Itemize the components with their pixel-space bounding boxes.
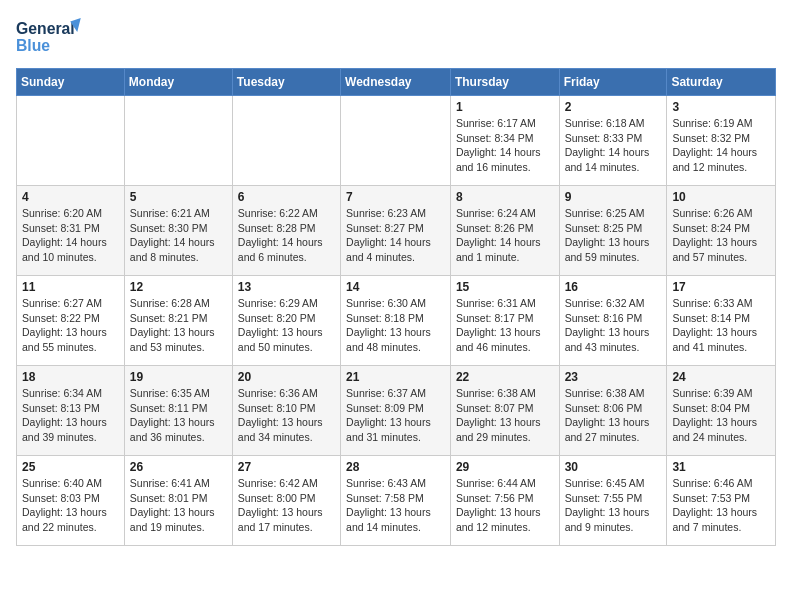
day-info: Sunrise: 6:43 AM Sunset: 7:58 PM Dayligh… bbox=[346, 476, 445, 535]
day-info: Sunrise: 6:27 AM Sunset: 8:22 PM Dayligh… bbox=[22, 296, 119, 355]
day-number: 31 bbox=[672, 460, 770, 474]
day-info: Sunrise: 6:28 AM Sunset: 8:21 PM Dayligh… bbox=[130, 296, 227, 355]
calendar-cell: 12Sunrise: 6:28 AM Sunset: 8:21 PM Dayli… bbox=[124, 276, 232, 366]
day-number: 27 bbox=[238, 460, 335, 474]
day-number: 4 bbox=[22, 190, 119, 204]
day-info: Sunrise: 6:33 AM Sunset: 8:14 PM Dayligh… bbox=[672, 296, 770, 355]
day-info: Sunrise: 6:45 AM Sunset: 7:55 PM Dayligh… bbox=[565, 476, 662, 535]
calendar-cell: 18Sunrise: 6:34 AM Sunset: 8:13 PM Dayli… bbox=[17, 366, 125, 456]
calendar-cell: 26Sunrise: 6:41 AM Sunset: 8:01 PM Dayli… bbox=[124, 456, 232, 546]
calendar-cell: 14Sunrise: 6:30 AM Sunset: 8:18 PM Dayli… bbox=[341, 276, 451, 366]
day-info: Sunrise: 6:31 AM Sunset: 8:17 PM Dayligh… bbox=[456, 296, 554, 355]
page-header: GeneralBlue bbox=[16, 16, 776, 60]
day-number: 10 bbox=[672, 190, 770, 204]
day-info: Sunrise: 6:44 AM Sunset: 7:56 PM Dayligh… bbox=[456, 476, 554, 535]
weekday-header: Saturday bbox=[667, 69, 776, 96]
calendar-cell: 1Sunrise: 6:17 AM Sunset: 8:34 PM Daylig… bbox=[450, 96, 559, 186]
calendar-cell: 31Sunrise: 6:46 AM Sunset: 7:53 PM Dayli… bbox=[667, 456, 776, 546]
calendar-week-row: 4Sunrise: 6:20 AM Sunset: 8:31 PM Daylig… bbox=[17, 186, 776, 276]
day-number: 11 bbox=[22, 280, 119, 294]
day-number: 5 bbox=[130, 190, 227, 204]
weekday-header-row: SundayMondayTuesdayWednesdayThursdayFrid… bbox=[17, 69, 776, 96]
calendar-cell: 21Sunrise: 6:37 AM Sunset: 8:09 PM Dayli… bbox=[341, 366, 451, 456]
day-number: 30 bbox=[565, 460, 662, 474]
day-info: Sunrise: 6:21 AM Sunset: 8:30 PM Dayligh… bbox=[130, 206, 227, 265]
weekday-header: Monday bbox=[124, 69, 232, 96]
calendar-cell bbox=[232, 96, 340, 186]
day-number: 25 bbox=[22, 460, 119, 474]
calendar-cell: 28Sunrise: 6:43 AM Sunset: 7:58 PM Dayli… bbox=[341, 456, 451, 546]
calendar-cell: 5Sunrise: 6:21 AM Sunset: 8:30 PM Daylig… bbox=[124, 186, 232, 276]
day-number: 24 bbox=[672, 370, 770, 384]
day-info: Sunrise: 6:46 AM Sunset: 7:53 PM Dayligh… bbox=[672, 476, 770, 535]
calendar-table: SundayMondayTuesdayWednesdayThursdayFrid… bbox=[16, 68, 776, 546]
day-number: 29 bbox=[456, 460, 554, 474]
calendar-week-row: 25Sunrise: 6:40 AM Sunset: 8:03 PM Dayli… bbox=[17, 456, 776, 546]
day-info: Sunrise: 6:34 AM Sunset: 8:13 PM Dayligh… bbox=[22, 386, 119, 445]
day-info: Sunrise: 6:39 AM Sunset: 8:04 PM Dayligh… bbox=[672, 386, 770, 445]
day-number: 26 bbox=[130, 460, 227, 474]
calendar-cell: 15Sunrise: 6:31 AM Sunset: 8:17 PM Dayli… bbox=[450, 276, 559, 366]
calendar-cell: 8Sunrise: 6:24 AM Sunset: 8:26 PM Daylig… bbox=[450, 186, 559, 276]
calendar-cell: 9Sunrise: 6:25 AM Sunset: 8:25 PM Daylig… bbox=[559, 186, 667, 276]
day-number: 3 bbox=[672, 100, 770, 114]
day-info: Sunrise: 6:17 AM Sunset: 8:34 PM Dayligh… bbox=[456, 116, 554, 175]
day-number: 23 bbox=[565, 370, 662, 384]
calendar-cell: 23Sunrise: 6:38 AM Sunset: 8:06 PM Dayli… bbox=[559, 366, 667, 456]
day-number: 8 bbox=[456, 190, 554, 204]
day-info: Sunrise: 6:25 AM Sunset: 8:25 PM Dayligh… bbox=[565, 206, 662, 265]
weekday-header: Friday bbox=[559, 69, 667, 96]
calendar-week-row: 1Sunrise: 6:17 AM Sunset: 8:34 PM Daylig… bbox=[17, 96, 776, 186]
day-info: Sunrise: 6:20 AM Sunset: 8:31 PM Dayligh… bbox=[22, 206, 119, 265]
logo: GeneralBlue bbox=[16, 16, 86, 60]
day-number: 15 bbox=[456, 280, 554, 294]
day-number: 13 bbox=[238, 280, 335, 294]
svg-text:General: General bbox=[16, 20, 75, 37]
calendar-cell: 29Sunrise: 6:44 AM Sunset: 7:56 PM Dayli… bbox=[450, 456, 559, 546]
weekday-header: Wednesday bbox=[341, 69, 451, 96]
svg-text:Blue: Blue bbox=[16, 37, 50, 54]
calendar-cell: 20Sunrise: 6:36 AM Sunset: 8:10 PM Dayli… bbox=[232, 366, 340, 456]
calendar-cell: 6Sunrise: 6:22 AM Sunset: 8:28 PM Daylig… bbox=[232, 186, 340, 276]
calendar-cell bbox=[341, 96, 451, 186]
day-info: Sunrise: 6:35 AM Sunset: 8:11 PM Dayligh… bbox=[130, 386, 227, 445]
calendar-cell bbox=[17, 96, 125, 186]
weekday-header: Sunday bbox=[17, 69, 125, 96]
day-number: 2 bbox=[565, 100, 662, 114]
calendar-cell: 10Sunrise: 6:26 AM Sunset: 8:24 PM Dayli… bbox=[667, 186, 776, 276]
day-info: Sunrise: 6:37 AM Sunset: 8:09 PM Dayligh… bbox=[346, 386, 445, 445]
calendar-week-row: 11Sunrise: 6:27 AM Sunset: 8:22 PM Dayli… bbox=[17, 276, 776, 366]
day-info: Sunrise: 6:24 AM Sunset: 8:26 PM Dayligh… bbox=[456, 206, 554, 265]
calendar-cell: 2Sunrise: 6:18 AM Sunset: 8:33 PM Daylig… bbox=[559, 96, 667, 186]
day-info: Sunrise: 6:42 AM Sunset: 8:00 PM Dayligh… bbox=[238, 476, 335, 535]
calendar-cell: 30Sunrise: 6:45 AM Sunset: 7:55 PM Dayli… bbox=[559, 456, 667, 546]
logo-icon: GeneralBlue bbox=[16, 16, 86, 60]
day-number: 14 bbox=[346, 280, 445, 294]
day-info: Sunrise: 6:22 AM Sunset: 8:28 PM Dayligh… bbox=[238, 206, 335, 265]
calendar-cell: 13Sunrise: 6:29 AM Sunset: 8:20 PM Dayli… bbox=[232, 276, 340, 366]
calendar-cell: 19Sunrise: 6:35 AM Sunset: 8:11 PM Dayli… bbox=[124, 366, 232, 456]
calendar-cell: 4Sunrise: 6:20 AM Sunset: 8:31 PM Daylig… bbox=[17, 186, 125, 276]
day-number: 1 bbox=[456, 100, 554, 114]
day-number: 21 bbox=[346, 370, 445, 384]
weekday-header: Thursday bbox=[450, 69, 559, 96]
day-number: 12 bbox=[130, 280, 227, 294]
day-info: Sunrise: 6:26 AM Sunset: 8:24 PM Dayligh… bbox=[672, 206, 770, 265]
calendar-cell: 25Sunrise: 6:40 AM Sunset: 8:03 PM Dayli… bbox=[17, 456, 125, 546]
day-info: Sunrise: 6:40 AM Sunset: 8:03 PM Dayligh… bbox=[22, 476, 119, 535]
day-info: Sunrise: 6:32 AM Sunset: 8:16 PM Dayligh… bbox=[565, 296, 662, 355]
day-info: Sunrise: 6:41 AM Sunset: 8:01 PM Dayligh… bbox=[130, 476, 227, 535]
day-number: 17 bbox=[672, 280, 770, 294]
day-info: Sunrise: 6:30 AM Sunset: 8:18 PM Dayligh… bbox=[346, 296, 445, 355]
calendar-cell: 11Sunrise: 6:27 AM Sunset: 8:22 PM Dayli… bbox=[17, 276, 125, 366]
calendar-cell: 22Sunrise: 6:38 AM Sunset: 8:07 PM Dayli… bbox=[450, 366, 559, 456]
calendar-cell: 17Sunrise: 6:33 AM Sunset: 8:14 PM Dayli… bbox=[667, 276, 776, 366]
day-number: 7 bbox=[346, 190, 445, 204]
calendar-cell bbox=[124, 96, 232, 186]
day-number: 18 bbox=[22, 370, 119, 384]
calendar-cell: 16Sunrise: 6:32 AM Sunset: 8:16 PM Dayli… bbox=[559, 276, 667, 366]
day-number: 20 bbox=[238, 370, 335, 384]
day-info: Sunrise: 6:38 AM Sunset: 8:06 PM Dayligh… bbox=[565, 386, 662, 445]
calendar-cell: 27Sunrise: 6:42 AM Sunset: 8:00 PM Dayli… bbox=[232, 456, 340, 546]
day-info: Sunrise: 6:18 AM Sunset: 8:33 PM Dayligh… bbox=[565, 116, 662, 175]
